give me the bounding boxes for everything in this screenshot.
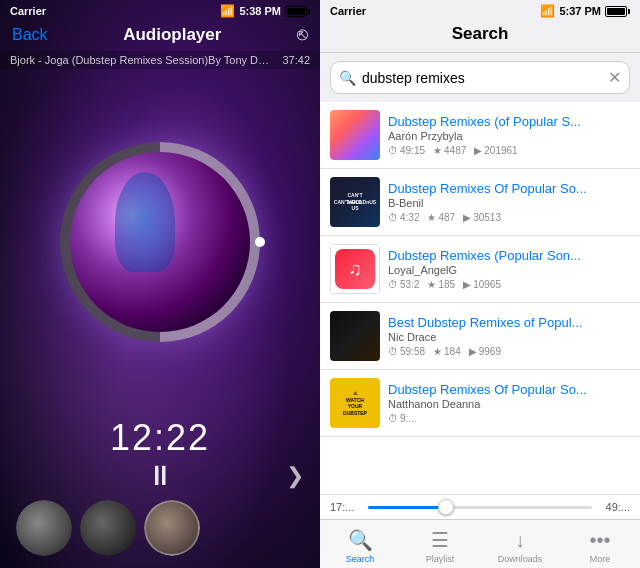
stars-icon-1: ★ 4487 <box>433 145 466 156</box>
downloads-tab-label: Downloads <box>498 554 543 564</box>
track-name: Bjork - Joga (Dubstep Remixes Session)By… <box>10 54 274 66</box>
result-meta-1: ⏱ 49:15 ★ 4487 ▶ 201961 <box>388 145 630 156</box>
result-artist-3: Loyal_AngelG <box>388 264 630 276</box>
playlist-tab-label: Playlist <box>426 554 455 564</box>
status-bar-left: Carrier 📶 5:38 PM <box>0 0 320 20</box>
queue-thumb-1[interactable] <box>16 500 72 556</box>
pause-button[interactable]: ⏸ <box>146 459 174 492</box>
result-meta-5: ⏱ 9:... <box>388 413 630 424</box>
downloads-tab-icon: ↓ <box>515 529 525 552</box>
search-title: Search <box>452 24 509 44</box>
more-tab-label: More <box>590 554 611 564</box>
result-title-5: Dubstep Remixes Of Popular So... <box>388 382 630 397</box>
result-item-5[interactable]: ⚠WATCHYOURDUBSTEP Dubstep Remixes Of Pop… <box>320 370 640 437</box>
result-meta-3: ⏱ 53:2 ★ 185 ▶ 10965 <box>388 279 630 290</box>
result-artist-2: B-Benil <box>388 197 630 209</box>
tab-search[interactable]: 🔍 Search <box>320 520 400 568</box>
search-results-list: Dubstep Remixes (of Popular S... Aarón P… <box>320 102 640 494</box>
progress-time-left: 17:... <box>330 501 360 513</box>
result-thumb-5: ⚠WATCHYOURDUBSTEP <box>330 378 380 428</box>
progress-fill <box>368 506 446 509</box>
player-title: Audioplayer <box>123 25 221 45</box>
track-duration: 37:42 <box>282 54 310 66</box>
search-clear-button[interactable]: ✕ <box>608 68 621 87</box>
carrier-left: Carrier <box>10 5 46 17</box>
result-info-5: Dubstep Remixes Of Popular So... Natthan… <box>388 382 630 424</box>
progress-track[interactable] <box>368 506 592 509</box>
wifi-icon-right: 📶 <box>540 4 555 18</box>
current-time-display: 12:22 <box>0 417 320 459</box>
result-info-1: Dubstep Remixes (of Popular S... Aarón P… <box>388 114 630 156</box>
tab-downloads[interactable]: ↓ Downloads <box>480 520 560 568</box>
share-icon[interactable]: ⎋ <box>297 24 308 45</box>
battery-right <box>605 6 630 17</box>
search-magnifier-icon: 🔍 <box>339 70 356 86</box>
search-panel: Carrier 📶 5:37 PM Search 🔍 dubstep remix… <box>320 0 640 568</box>
result-meta-4: ⏱ 59:58 ★ 184 ▶ 9969 <box>388 346 630 357</box>
battery-left <box>285 6 310 17</box>
result-info-4: Best Dubstep Remixes of Popul... Nic Dra… <box>388 315 630 357</box>
status-bar-right: Carrier 📶 5:37 PM <box>320 0 640 20</box>
progress-knob[interactable] <box>255 237 265 247</box>
search-query-text[interactable]: dubstep remixes <box>362 70 602 86</box>
tab-bar: 🔍 Search ☰ Playlist ↓ Downloads ••• More <box>320 519 640 568</box>
result-thumb-1 <box>330 110 380 160</box>
search-box[interactable]: 🔍 dubstep remixes ✕ <box>330 61 630 94</box>
result-artist-5: Natthanon Deanna <box>388 398 630 410</box>
result-item-2[interactable]: CAN'THOLDUS Dubstep Remixes Of Popular S… <box>320 169 640 236</box>
result-item-1[interactable]: Dubstep Remixes (of Popular S... Aarón P… <box>320 102 640 169</box>
result-item-3[interactable]: ♫ Dubstep Remixes (Popular Son... Loyal_… <box>320 236 640 303</box>
result-title-4: Best Dubstep Remixes of Popul... <box>388 315 630 330</box>
controls-center: ⏸ <box>16 459 304 492</box>
result-info-2: Dubstep Remixes Of Popular So... B-Benil… <box>388 181 630 223</box>
result-title-2: Dubstep Remixes Of Popular So... <box>388 181 630 196</box>
result-thumb-4 <box>330 311 380 361</box>
result-info-3: Dubstep Remixes (Popular Son... Loyal_An… <box>388 248 630 290</box>
result-title-1: Dubstep Remixes (of Popular S... <box>388 114 630 129</box>
progress-thumb-handle[interactable] <box>438 499 454 515</box>
plays-icon-1: ▶ 201961 <box>474 145 517 156</box>
track-info-bar: Bjork - Joga (Dubstep Remixes Session)By… <box>0 51 320 69</box>
playlist-tab-icon: ☰ <box>431 528 449 552</box>
status-icons-left: 📶 5:38 PM <box>220 4 310 18</box>
duration-icon-1: ⏱ 49:15 <box>388 145 425 156</box>
result-title-3: Dubstep Remixes (Popular Son... <box>388 248 630 263</box>
playback-controls: ⏸ ❯ <box>0 459 320 492</box>
progress-bar-area[interactable]: 17:... 49:... <box>320 494 640 519</box>
back-button[interactable]: Back <box>12 26 48 44</box>
tab-playlist[interactable]: ☰ Playlist <box>400 520 480 568</box>
result-meta-2: ⏱ 4:32 ★ 487 ▶ 30513 <box>388 212 630 223</box>
result-thumb-2: CAN'THOLDUS <box>330 177 380 227</box>
more-tab-icon: ••• <box>589 529 610 552</box>
artwork-area <box>0 69 320 405</box>
result-thumb-3: ♫ <box>330 244 380 294</box>
audio-player-panel: Carrier 📶 5:38 PM Back Audioplayer ⎋ Bjo… <box>0 0 320 568</box>
queue-thumb-3[interactable] <box>144 500 200 556</box>
carrier-right: Carrier <box>330 5 366 17</box>
progress-time-right: 49:... <box>600 501 630 513</box>
result-item-4[interactable]: Best Dubstep Remixes of Popul... Nic Dra… <box>320 303 640 370</box>
album-art-ring[interactable] <box>60 142 260 342</box>
search-box-area: 🔍 dubstep remixes ✕ <box>320 53 640 102</box>
wifi-icon-left: 📶 <box>220 4 235 18</box>
nav-bar-left: Back Audioplayer ⎋ <box>0 20 320 51</box>
tab-more[interactable]: ••• More <box>560 520 640 568</box>
time-right: 5:37 PM <box>559 5 601 17</box>
time-left: 5:38 PM <box>239 5 281 17</box>
result-artist-4: Nic Drace <box>388 331 630 343</box>
queue-thumbnails <box>0 500 320 568</box>
queue-thumb-2[interactable] <box>80 500 136 556</box>
next-button[interactable]: ❯ <box>286 463 304 489</box>
search-nav-bar: Search <box>320 20 640 53</box>
search-tab-icon: 🔍 <box>348 528 373 552</box>
result-artist-1: Aarón Przybyla <box>388 130 630 142</box>
search-tab-label: Search <box>346 554 375 564</box>
